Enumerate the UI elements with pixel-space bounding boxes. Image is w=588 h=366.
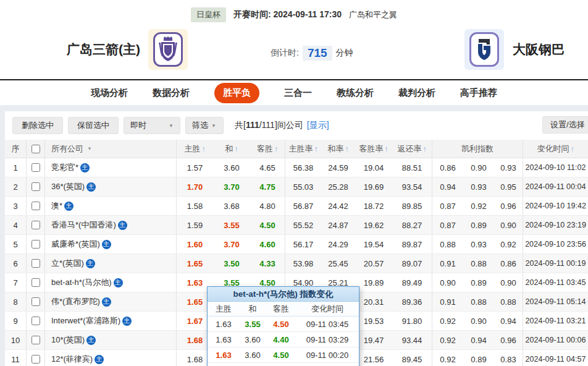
- col-header-company[interactable]: 所有公司▼: [45, 140, 177, 158]
- popup-col-away: 客胜: [266, 304, 296, 315]
- toolbar: 删除选中 保留选中 即时 ▼ 筛选 ▼ 共[111/111]间公司 [显示] 设…: [5, 111, 588, 140]
- league-badge: 日皇杯: [191, 7, 226, 22]
- popup-history-row: 1.633.554.4009-11 00:08: [208, 363, 359, 366]
- row-checkbox-cell: [27, 312, 45, 330]
- table-row: 3澳*主1.583.684.8056.8724.4218.7289.850.87…: [5, 197, 588, 216]
- draw-odds-cell[interactable]: 3.55: [213, 216, 250, 234]
- col-header-return-rate[interactable]: 返还率↑: [392, 140, 432, 158]
- home-crest-icon: [153, 32, 183, 67]
- draw-odds-cell[interactable]: 3.50: [213, 254, 250, 273]
- col-header-kelly[interactable]: 凯利指数: [432, 140, 523, 158]
- filter-dropdown[interactable]: 筛选 ▼: [185, 117, 224, 134]
- home-odds-cell[interactable]: 1.59: [177, 216, 213, 234]
- popup-title: bet-at-h*(马尔他) 指数变化: [208, 287, 359, 302]
- change-time-cell: 2024-09-11 05:14: [523, 292, 588, 311]
- countdown-value: 715: [303, 46, 332, 61]
- company-name[interactable]: 威廉希*(英国)主: [45, 235, 177, 253]
- row-checkbox[interactable]: [32, 278, 40, 287]
- home-odds-cell[interactable]: 1.65: [177, 254, 213, 273]
- col-header-no[interactable]: 序: [5, 140, 27, 158]
- home-odds-cell[interactable]: 1.60: [177, 235, 213, 253]
- kelly-draw-cell: 0.92: [463, 197, 494, 215]
- row-checkbox[interactable]: [32, 355, 40, 364]
- col-header-checkbox: [27, 140, 45, 158]
- away-odds-cell[interactable]: 4.33: [250, 254, 285, 273]
- away-rate-cell: 19.62: [355, 216, 392, 234]
- home-bookmaker-icon: 主: [118, 221, 127, 230]
- row-checkbox[interactable]: [32, 317, 40, 325]
- col-header-away[interactable]: 客胜↑: [250, 140, 285, 158]
- return-rate-cell: 88.27: [392, 216, 432, 234]
- away-rate-cell: 19.54: [355, 235, 392, 253]
- row-checkbox[interactable]: [32, 259, 40, 268]
- away-rate-cell: 19.04: [355, 158, 392, 177]
- col-header-away-rate[interactable]: 客胜率↑: [355, 140, 392, 158]
- col-header-draw[interactable]: 和↑: [213, 140, 250, 158]
- row-checkbox[interactable]: [32, 221, 40, 229]
- draw-rate-cell: 25.28: [321, 177, 355, 196]
- col-header-home[interactable]: 主胜↑: [177, 140, 213, 158]
- company-name[interactable]: bet-at-h*(马尔他)主: [45, 273, 177, 292]
- company-name[interactable]: Interwet*(塞浦路斯)主: [45, 312, 177, 330]
- company-name[interactable]: 10*(英国)主: [45, 331, 177, 349]
- away-team-logo: [464, 29, 504, 70]
- show-link[interactable]: [显示]: [307, 120, 329, 131]
- company-name[interactable]: 伟*(直布罗陀)主: [45, 292, 177, 311]
- away-odds-cell[interactable]: 4.75: [250, 177, 285, 196]
- delete-selected-button[interactable]: 删除选中: [12, 117, 63, 134]
- draw-rate-cell: 24.29: [321, 235, 355, 253]
- away-odds-cell[interactable]: 4.50: [250, 216, 285, 234]
- change-time-cell: 2024-09-11 00:19: [523, 254, 588, 273]
- nav-tab[interactable]: 数据分析: [153, 87, 190, 99]
- draw-odds-cell[interactable]: 3.70: [213, 177, 250, 196]
- home-odds-cell[interactable]: 1.58: [177, 197, 213, 215]
- company-name[interactable]: 澳*主: [45, 197, 177, 215]
- return-rate-cell: 91.80: [392, 312, 432, 330]
- col-header-change-time[interactable]: 变化时间↑: [523, 140, 588, 158]
- row-checkbox[interactable]: [32, 240, 40, 249]
- settings-button[interactable]: 设置/选择: [542, 116, 588, 134]
- home-bookmaker-icon: 主: [86, 336, 96, 345]
- row-checkbox-cell: [27, 254, 45, 273]
- company-name[interactable]: 香港马*(中国香港)主: [45, 216, 177, 234]
- kelly-home-cell: 0.92: [432, 331, 463, 349]
- col-header-home-rate[interactable]: 主胜率↑: [285, 140, 321, 158]
- select-all-checkbox[interactable]: [32, 145, 40, 153]
- kelly-draw-cell: 0.89: [463, 350, 494, 366]
- countdown-unit: 分钟: [336, 48, 353, 59]
- nav-tab[interactable]: 教练分析: [337, 87, 374, 99]
- row-index: 2: [5, 177, 27, 196]
- draw-odds-cell[interactable]: 3.60: [213, 158, 250, 177]
- kelly-away-cell: 0.90: [494, 216, 523, 234]
- col-header-draw-rate[interactable]: 和率↑: [321, 140, 355, 158]
- nav-tab[interactable]: 高手推荐: [460, 87, 497, 99]
- home-odds-cell[interactable]: 1.70: [177, 177, 213, 196]
- row-checkbox[interactable]: [32, 202, 40, 210]
- nav-tab[interactable]: 裁判分析: [398, 87, 435, 99]
- home-odds-cell[interactable]: 1.57: [177, 158, 213, 177]
- kelly-home-cell: 0.88: [432, 235, 463, 253]
- home-rate-cell: 55.03: [285, 177, 321, 196]
- instant-dropdown[interactable]: 即时 ▼: [124, 117, 180, 134]
- away-odds-cell[interactable]: 4.65: [250, 158, 285, 177]
- away-odds-cell[interactable]: 4.60: [250, 235, 285, 253]
- row-checkbox[interactable]: [32, 297, 40, 306]
- kelly-home-cell: 0.94: [432, 177, 463, 196]
- change-time-cell: 2024-09-10 23:56: [523, 235, 588, 253]
- company-name[interactable]: 12*(菲律宾)主: [45, 350, 177, 366]
- nav-tab[interactable]: 三合一: [284, 87, 312, 99]
- row-checkbox[interactable]: [32, 336, 40, 344]
- sort-up-icon: ↑: [385, 145, 388, 153]
- away-odds-cell[interactable]: 4.80: [250, 197, 285, 215]
- nav-tab[interactable]: 胜平负: [214, 83, 259, 103]
- row-checkbox[interactable]: [32, 163, 40, 172]
- company-name[interactable]: 立*(英国)主: [45, 254, 177, 273]
- nav-tab[interactable]: 现场分析: [91, 87, 128, 99]
- company-name[interactable]: 36*(英国)主: [45, 177, 177, 196]
- draw-odds-cell[interactable]: 3.68: [213, 197, 250, 215]
- keep-selected-button[interactable]: 保留选中: [68, 117, 119, 134]
- company-name[interactable]: 竞彩官*主: [45, 158, 177, 177]
- row-checkbox[interactable]: [32, 182, 40, 191]
- table-row: 5威廉希*(英国)主1.603.704.6056.1724.2919.5489.…: [5, 235, 588, 254]
- draw-odds-cell[interactable]: 3.70: [213, 235, 250, 253]
